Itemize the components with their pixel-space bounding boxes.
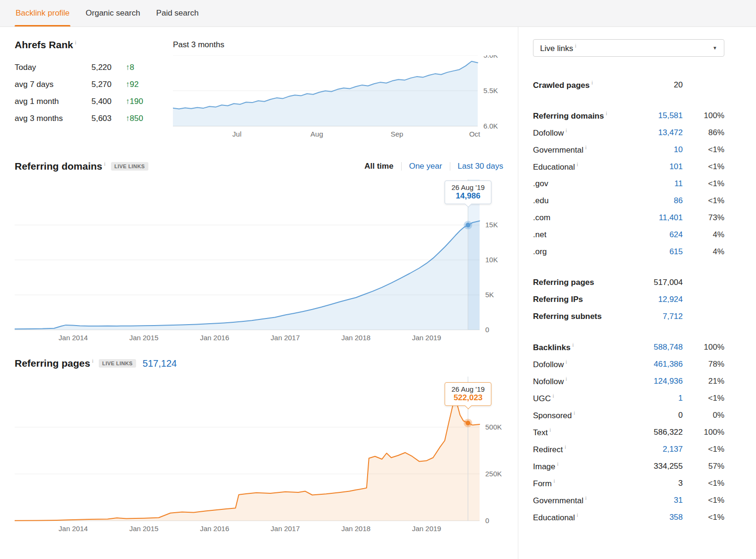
live-links-badge: LIVE LINKS	[111, 162, 148, 171]
stat-label-text: Educational	[533, 163, 575, 172]
info-icon[interactable]: i	[104, 161, 105, 167]
stat-label-text: .net	[533, 230, 546, 239]
x-tick-label: Jan 2018	[341, 334, 370, 342]
info-icon[interactable]: i	[585, 145, 586, 150]
info-icon[interactable]: i	[566, 128, 567, 133]
y-tick-label: 0	[485, 326, 489, 334]
stat-value[interactable]: 124,936	[626, 377, 683, 386]
stat-value[interactable]: 7,712	[626, 312, 683, 321]
info-icon[interactable]: i	[606, 111, 607, 116]
info-icon[interactable]: i	[575, 43, 576, 49]
chart-area	[15, 221, 480, 330]
stat-value[interactable]: 12,924	[626, 295, 683, 304]
stat-value[interactable]: 11	[626, 179, 683, 189]
info-icon[interactable]: i	[572, 342, 573, 348]
filter-divider	[450, 162, 450, 171]
info-icon[interactable]: i	[574, 410, 575, 416]
tab-organic-search[interactable]: Organic search	[85, 0, 141, 26]
ahrefs-rank-chart[interactable]: 5.0K5.5K6.0KJulAugSepOct	[173, 55, 503, 143]
stat-label: Nofollowi	[533, 376, 626, 387]
info-icon[interactable]: i	[566, 376, 567, 382]
info-icon[interactable]: i	[566, 359, 567, 365]
dropdown-label-text: Live links	[540, 43, 573, 52]
stat-label: Governmentali	[533, 145, 626, 155]
stat-percent: 4%	[683, 247, 724, 257]
info-icon[interactable]: i	[553, 393, 554, 399]
stat-percent: <1%	[683, 162, 724, 172]
stat-row-referring-pages: Referring pages517,004	[533, 274, 724, 291]
stat-label: Backlinksi	[533, 342, 626, 353]
stat-row-referring-subnets: Referring subnets7,712	[533, 308, 724, 325]
stat-percent: 100%	[683, 111, 724, 120]
chart-domains-svg: 15K10K5K0Jan 2014Jan 2015Jan 2016Jan 201…	[15, 180, 503, 344]
ahrefs-rank-title-text: Ahrefs Rank	[15, 39, 73, 50]
info-icon[interactable]: i	[592, 80, 593, 86]
info-icon[interactable]: i	[585, 495, 586, 501]
stat-value[interactable]: 588,748	[626, 343, 683, 352]
stat-label: Imagei	[533, 461, 626, 472]
stat-row-redirect: Redirecti2,137<1%	[533, 441, 724, 458]
stat-value[interactable]: 10	[626, 145, 683, 155]
referring-pages-chart[interactable]: 500K250K0Jan 2014Jan 2015Jan 2016Jan 201…	[15, 377, 503, 537]
stat-row-image: Imagei334,25557%	[533, 458, 724, 475]
stat-label: Formi	[533, 478, 626, 489]
referring-pages-title: Referring pagesi	[15, 358, 93, 369]
info-icon[interactable]: i	[550, 427, 550, 433]
stat-value[interactable]: 15,581	[626, 111, 683, 120]
stat-percent: 57%	[683, 462, 724, 471]
x-tick-label: Jan 2015	[129, 334, 159, 342]
x-tick-label: Jan 2015	[129, 525, 159, 533]
stat-value[interactable]: 86	[626, 196, 683, 206]
stat-percent: <1%	[683, 179, 724, 189]
stat-row-nofollow: Nofollowi124,93621%	[533, 373, 724, 390]
filter-all-time[interactable]: All time	[364, 162, 393, 171]
stat-value[interactable]: 2,137	[626, 445, 683, 454]
stat-value[interactable]: 358	[626, 513, 683, 522]
stat-label-text: Nofollow	[533, 377, 564, 386]
info-icon[interactable]: i	[577, 512, 578, 518]
rank-metric-value: 5,603	[76, 114, 112, 123]
chart-tooltip: 26 Aug '19 14,986	[445, 181, 491, 204]
stat-value[interactable]: 624	[626, 230, 683, 240]
stat-value[interactable]: 1	[626, 394, 683, 403]
live-links-dropdown[interactable]: Live linksi ▼	[533, 39, 724, 57]
info-icon[interactable]: i	[565, 444, 566, 450]
stat-value[interactable]: 101	[626, 162, 683, 172]
tab-backlink-profile[interactable]: Backlink profile	[15, 0, 70, 26]
stat-value: 517,004	[626, 278, 683, 287]
tab-paid-search[interactable]: Paid search	[155, 0, 200, 26]
rank-metric-value: 5,270	[76, 80, 112, 89]
info-icon[interactable]: i	[554, 478, 555, 484]
stat-label: .net	[533, 230, 626, 240]
referring-pages-count-link[interactable]: 517,124	[143, 358, 177, 369]
referring-domains-title-text: Referring domains	[15, 161, 103, 172]
filter-last-30-days[interactable]: Last 30 days	[458, 162, 503, 171]
info-icon[interactable]: i	[75, 40, 76, 45]
stat-row-referring-domains: Referring domainsi15,581100%	[533, 107, 724, 124]
info-icon[interactable]: i	[92, 358, 93, 364]
referring-domains-section: Referring domainsi LIVE LINKS All timeOn…	[15, 161, 503, 346]
stat-value[interactable]: 461,386	[626, 360, 683, 369]
stat-label-text: Dofollow	[533, 129, 564, 138]
stat-value[interactable]: 11,401	[626, 213, 683, 223]
x-tick-label: Jan 2014	[59, 525, 88, 533]
stats-group: Crawled pagesi20	[533, 77, 724, 94]
main-content: Ahrefs Ranki Today5,220↑8avg 7 days5,270…	[0, 27, 518, 559]
rank-row: avg 3 months5,603↑850	[15, 110, 173, 127]
stat-value[interactable]: 13,472	[626, 128, 683, 138]
stat-value[interactable]: 31	[626, 496, 683, 505]
stat-label-text: Governmental	[533, 496, 584, 505]
referring-pages-title-text: Referring pages	[15, 358, 90, 369]
referring-domains-chart[interactable]: 15K10K5K0Jan 2014Jan 2015Jan 2016Jan 201…	[15, 180, 503, 346]
dropdown-label: Live linksi	[540, 43, 576, 53]
stat-label-text: Backlinks	[533, 343, 570, 352]
stat-percent: 100%	[683, 428, 724, 437]
tooltip-date: 26 Aug '19	[451, 183, 484, 191]
info-icon[interactable]: i	[557, 461, 558, 467]
stat-label-text: UGC	[533, 394, 551, 403]
stat-percent: 86%	[683, 128, 724, 138]
stat-value[interactable]: 615	[626, 247, 683, 257]
info-icon[interactable]: i	[577, 162, 578, 167]
filter-one-year[interactable]: One year	[409, 162, 442, 171]
stat-label: Crawled pagesi	[533, 80, 626, 90]
